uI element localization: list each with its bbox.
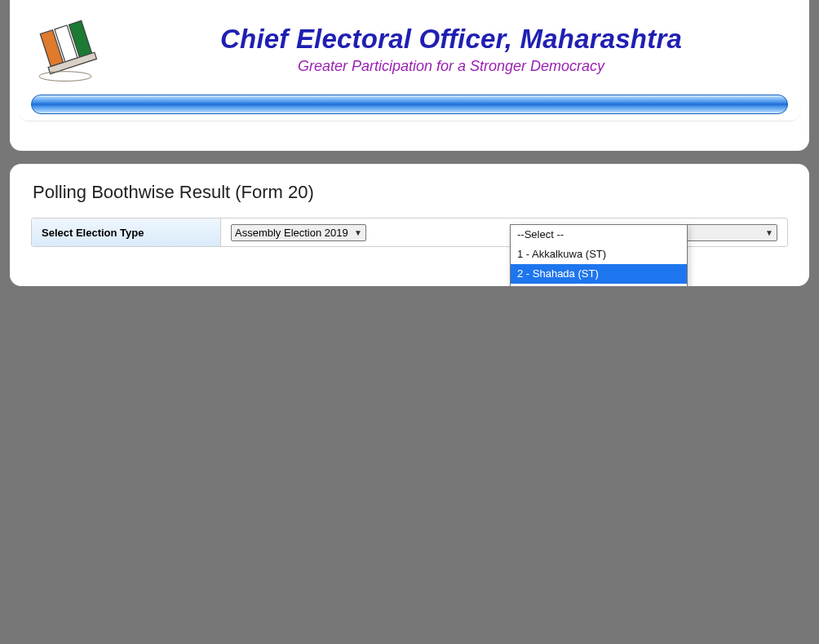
ac-option[interactable]: 3 - Nandurbar (ST) — [511, 284, 687, 286]
select-ac-dropdown-list[interactable]: --Select --1 - Akkalkuwa (ST)2 - Shahada… — [510, 224, 688, 286]
election-type-label: Select Election Type — [32, 218, 221, 246]
election-type-select[interactable]: Assembly Election 2019 ▼ — [231, 224, 366, 241]
header-divider-bar — [31, 95, 788, 114]
election-type-value: Assembly Election 2019 — [235, 227, 348, 239]
page-heading: Polling Boothwise Result (Form 20) — [33, 182, 788, 203]
site-title: Chief Electoral Officer, Maharashtra — [114, 24, 788, 55]
eci-logo — [31, 15, 100, 83]
ac-option[interactable]: 2 - Shahada (ST) — [511, 264, 687, 284]
header: Chief Electoral Officer, Maharashtra Gre… — [18, 0, 801, 121]
chevron-down-icon: ▼ — [765, 228, 773, 237]
ac-option[interactable]: 1 - Akkalkuwa (ST) — [511, 245, 687, 264]
chevron-down-icon: ▼ — [354, 228, 362, 237]
ac-option[interactable]: --Select -- — [511, 225, 687, 245]
site-subtitle: Greater Participation for a Stronger Dem… — [114, 58, 788, 75]
svg-point-4 — [39, 72, 91, 82]
